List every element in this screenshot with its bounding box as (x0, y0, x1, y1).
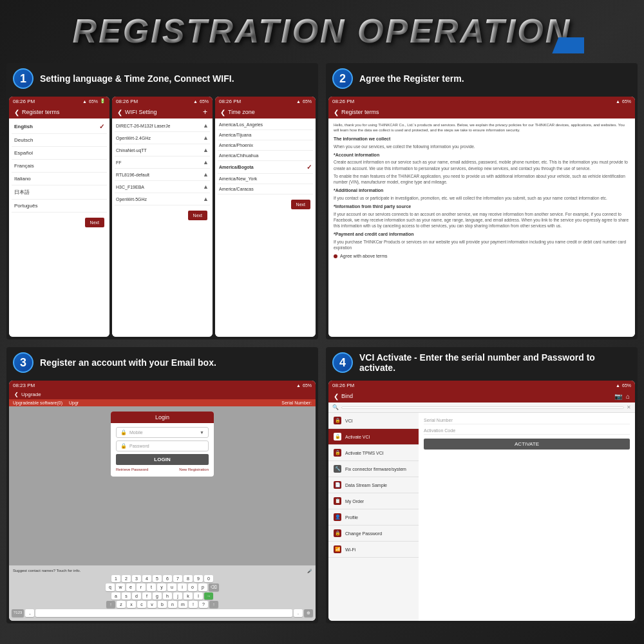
tz-item-6[interactable]: America/Caracas (218, 184, 313, 194)
bind-menu-activate-tpms[interactable]: 🔒 Activate TPMS VCI (328, 445, 419, 461)
bind-menu-vci[interactable]: 🔒 VCI (328, 413, 419, 429)
key-m[interactable]: m (178, 601, 187, 608)
new-registration-link[interactable]: New Registration (179, 468, 209, 471)
key-i[interactable]: i (178, 583, 187, 591)
terms-text-5: If your account on our services connects… (334, 211, 630, 229)
key-9[interactable]: 9 (194, 575, 203, 582)
bind-menu-activate-vci[interactable]: 🔒 Activate VCI (328, 429, 419, 445)
wifi-item-0[interactable]: DIRECT-26-M132f LaserJe ▲ (115, 120, 210, 132)
key-exclaim[interactable]: ! (189, 601, 198, 608)
wifi-item-1[interactable]: OpenWrt-2.4GHz ▲ (115, 132, 210, 144)
key-c[interactable]: c (137, 601, 146, 608)
key-f[interactable]: f (142, 592, 151, 600)
mobile-input[interactable]: 🔒 Mobile ▼ (116, 427, 209, 438)
key-k[interactable]: k (184, 592, 193, 600)
key-r[interactable]: r (137, 583, 146, 591)
wifi-item-4[interactable]: RTL8196-default ▲ (115, 169, 210, 181)
key-g[interactable]: g (153, 592, 162, 600)
key-d[interactable]: d (132, 592, 141, 600)
wifi-next-button[interactable]: Next (188, 211, 207, 220)
tz-next-button[interactable]: Next (291, 200, 310, 209)
key-j[interactable]: j (173, 592, 182, 600)
bind-search-input[interactable] (341, 406, 624, 409)
close-search-icon[interactable]: ✕ (627, 404, 631, 410)
key-p[interactable]: p (198, 583, 207, 591)
wifi-item-5[interactable]: H3C_F19EBA ▲ (115, 181, 210, 193)
key-b[interactable]: b (158, 601, 167, 608)
key-question[interactable]: ? (199, 601, 208, 608)
lang-item-portugues[interactable]: Português (12, 200, 107, 213)
wifi-item-2[interactable]: ChinaNet-uqTT ▲ (115, 144, 210, 156)
bind-header-icons: 📷 ⌂ (614, 393, 630, 400)
key-7[interactable]: 7 (173, 575, 182, 582)
key-space[interactable] (35, 609, 292, 617)
key-emoji[interactable]: ⊕ (304, 609, 313, 617)
key-v[interactable]: v (147, 601, 156, 608)
key-comma[interactable]: , (25, 609, 34, 617)
lang-item-italiano[interactable]: Italiano (12, 173, 107, 185)
tz-item-4[interactable]: America/Bogota ✓ (218, 161, 313, 174)
add-network-icon[interactable]: + (203, 108, 207, 117)
login-button[interactable]: LOGIN (116, 454, 209, 465)
key-a[interactable]: a (111, 592, 120, 600)
register-terms-panel: 08:26 PM ▲ 65% ❮ Register terms Hello, t… (328, 97, 635, 337)
key-q[interactable]: q (106, 583, 115, 591)
camera-icon[interactable]: 📷 (614, 393, 622, 400)
key-shift-left[interactable]: ↑ (106, 601, 115, 608)
tz-item-5[interactable]: America/New_York (218, 174, 313, 184)
key-5[interactable]: 5 (153, 575, 162, 582)
key-symbols[interactable]: ?123 (12, 609, 24, 617)
key-enter[interactable]: → (204, 592, 213, 600)
login-overlay: Login 🔒 Mobile ▼ 🔒 Password LOGIN (9, 406, 316, 565)
key-period[interactable]: . (294, 609, 303, 617)
key-2[interactable]: 2 (122, 575, 131, 582)
key-y[interactable]: y (157, 583, 166, 591)
step-4-title: VCI Activate - Enter the serial number a… (359, 352, 631, 373)
password-input[interactable]: 🔒 Password (116, 440, 209, 451)
activate-button[interactable]: ACTIVATE (424, 439, 630, 450)
key-o[interactable]: o (188, 583, 197, 591)
bind-menu-profile[interactable]: 👤 Profile (328, 509, 419, 526)
bind-menu-wifi[interactable]: 📶 Wi-Fi (328, 542, 419, 558)
bind-menu-data-stream[interactable]: 📄 Data Stream Sample (328, 477, 419, 493)
home-icon[interactable]: ⌂ (626, 393, 630, 400)
lang-item-deutsch[interactable]: Deutsch (12, 134, 107, 147)
retrieve-password-link[interactable]: Retrieve Password (116, 468, 148, 471)
tz-item-2[interactable]: America/Phoenix (218, 140, 313, 151)
key-8[interactable]: 8 (184, 575, 193, 582)
key-1[interactable]: 1 (111, 575, 120, 582)
key-h[interactable]: h (163, 592, 172, 600)
wifi-item-3[interactable]: FF ▲ (115, 156, 210, 169)
checkmark-bogota: ✓ (307, 164, 312, 171)
key-shift-right[interactable]: ↑ (209, 601, 218, 608)
bind-menu-my-order[interactable]: 📋 My Order (328, 493, 419, 509)
terms-agree-row[interactable]: Agree with above terms (334, 253, 630, 260)
key-n[interactable]: n (168, 601, 177, 608)
key-u[interactable]: u (167, 583, 176, 591)
key-backspace[interactable]: ⌫ (209, 583, 219, 591)
key-l[interactable]: l (194, 592, 203, 600)
key-t[interactable]: t (147, 583, 156, 591)
tz-item-0[interactable]: America/Los_Angeles (218, 120, 313, 130)
key-z[interactable]: z (117, 601, 126, 608)
key-w[interactable]: w (116, 583, 125, 591)
step-1-content: 08:26 PM ▲ 65% 🔋 ❮ Register terms (6, 94, 318, 339)
tz-item-3[interactable]: America/Chihuahua (218, 151, 313, 161)
key-x[interactable]: x (127, 601, 136, 608)
lang-item-english[interactable]: English ✓ (12, 120, 107, 134)
lang-item-japanese[interactable]: 日本語 (12, 185, 107, 200)
wifi-item-6[interactable]: OpenWrt-5GHz ▲ (115, 193, 210, 205)
key-6[interactable]: 6 (163, 575, 172, 582)
lang-next-button[interactable]: Next (85, 218, 104, 227)
key-s[interactable]: s (122, 592, 131, 600)
key-4[interactable]: 4 (142, 575, 151, 582)
bind-menu-fix-connector[interactable]: 🔧 Fix connector firmware/system (328, 461, 419, 477)
key-3[interactable]: 3 (132, 575, 141, 582)
status-icons-4: ▲ 65% (616, 99, 631, 104)
bind-menu-change-password[interactable]: 🔒 Change Password (328, 526, 419, 542)
tz-item-1[interactable]: America/Tijuana (218, 130, 313, 140)
lang-item-francais[interactable]: Français (12, 160, 107, 173)
key-0[interactable]: 0 (204, 575, 213, 582)
key-e[interactable]: e (126, 583, 135, 591)
lang-item-espanol[interactable]: Español (12, 147, 107, 160)
